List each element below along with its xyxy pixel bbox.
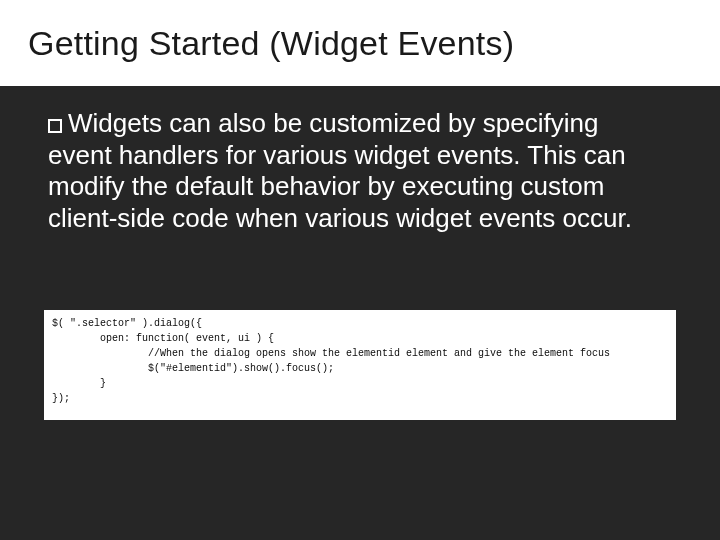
code-snippet: $( ".selector" ).dialog({ open: function…	[44, 310, 676, 420]
slide-body: Widgets can also be customized by specif…	[48, 108, 660, 235]
slide: Getting Started (Widget Events) Widgets …	[0, 0, 720, 540]
slide-title: Getting Started (Widget Events)	[28, 24, 514, 63]
bullet-square-icon	[48, 119, 62, 133]
body-lead: Widgets	[68, 108, 162, 138]
title-band: Getting Started (Widget Events)	[0, 0, 720, 86]
